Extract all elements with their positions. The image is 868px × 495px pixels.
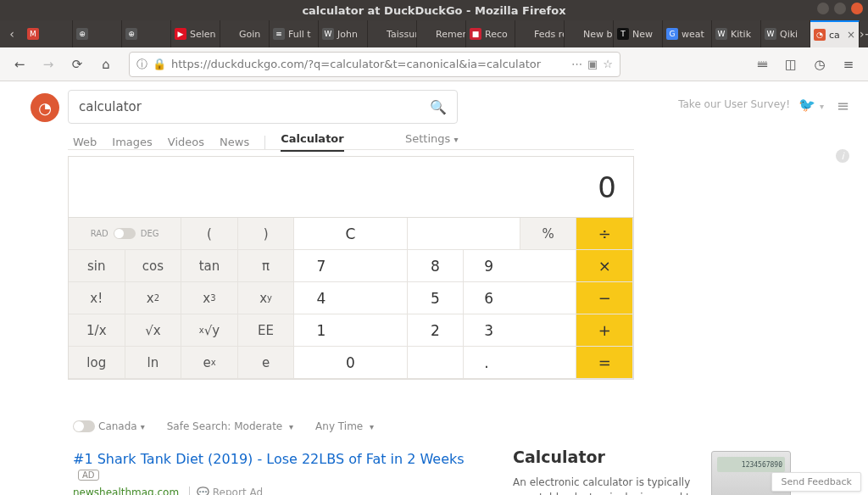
browser-tab[interactable]: M (24, 20, 73, 47)
tab-label: Goin (239, 29, 260, 40)
key-percent[interactable]: % (520, 218, 577, 250)
duckduckgo-favicon: ◔ (814, 29, 826, 41)
key-close-paren[interactable]: ) (238, 218, 295, 250)
browser-tab[interactable]: ⊕ (73, 20, 122, 47)
page-action-dots-icon[interactable]: ⋯ (571, 58, 582, 70)
result-title[interactable]: #1 Shark Tank Diet (2019) - Lose 22LBS o… (73, 451, 480, 483)
key-5[interactable]: 5 (408, 282, 465, 314)
browser-tab[interactable]: TNew (614, 20, 663, 47)
report-ad-link[interactable]: 💬 Report Ad (189, 487, 263, 495)
url-bar[interactable]: ⓘ 🔒 https://duckduckgo.com/?q=calculator… (129, 52, 620, 77)
result-url[interactable]: newshealthmag.com (73, 487, 179, 495)
window-close-button[interactable] (851, 3, 863, 14)
key-divide[interactable]: ÷ (576, 218, 633, 250)
tab-label: Kitik (731, 29, 751, 40)
key-dot[interactable]: . (464, 347, 576, 379)
search-settings-dropdown[interactable]: Settings ▾ (405, 132, 459, 145)
region-filter[interactable]: Canada ▾ (73, 420, 145, 432)
window-minimize-button[interactable] (817, 3, 829, 14)
library-button[interactable]: ⩸ (749, 52, 775, 77)
safesearch-filter[interactable]: Safe Search: Moderate ▾ (167, 420, 293, 432)
key-tan[interactable]: tan (181, 250, 238, 282)
key-xy[interactable]: xy (238, 282, 295, 314)
back-button[interactable]: ← (7, 52, 32, 77)
key-0[interactable]: 0 (294, 347, 407, 379)
key-ee[interactable]: EE (238, 314, 295, 347)
key-exp[interactable]: ex (181, 347, 238, 379)
browser-tab[interactable]: Remem (417, 20, 466, 47)
send-feedback-button[interactable]: Send Feedback (771, 472, 861, 492)
key-cos[interactable]: cos (125, 250, 182, 282)
search-box[interactable]: calculator 🔍 (68, 90, 458, 124)
key-8[interactable]: 8 (408, 250, 465, 282)
browser-tab[interactable]: ■Reco (466, 20, 515, 47)
key-ln[interactable]: ln (125, 347, 182, 379)
tab-label: Taissum (387, 29, 417, 40)
browser-tab[interactable]: WQiki (761, 20, 810, 47)
tab-scroll-left-button[interactable]: ‹ (0, 20, 24, 47)
bookmark-star-icon[interactable]: ☆ (603, 58, 613, 70)
key-pi[interactable]: π (238, 250, 295, 282)
key-sin[interactable]: sin (69, 250, 125, 282)
search-icon[interactable]: 🔍 (430, 99, 447, 115)
tab-videos[interactable]: Videos (168, 136, 204, 148)
browser-tab[interactable]: ≡Full t (270, 20, 319, 47)
new-tab-button[interactable]: + (865, 20, 868, 47)
key-minus[interactable]: − (576, 282, 633, 314)
key-7[interactable]: 7 (294, 250, 407, 282)
key-equals[interactable]: = (576, 347, 633, 379)
site-identity-icon[interactable]: ⓘ (136, 57, 147, 72)
reload-button[interactable]: ⟳ (64, 52, 90, 77)
browser-tab[interactable]: ⊕ (122, 20, 171, 47)
browser-tab[interactable]: Goin (220, 20, 270, 47)
key-log[interactable]: log (69, 347, 125, 379)
browser-tab[interactable]: Taissum (368, 20, 417, 47)
browser-tab[interactable]: Feds re (515, 20, 565, 47)
tab-close-icon[interactable]: × (847, 29, 855, 41)
rad-deg-toggle[interactable]: RAD DEG (69, 218, 181, 250)
tab-web[interactable]: Web (73, 136, 97, 148)
browser-tab-active[interactable]: ◔ ca × (810, 20, 860, 47)
key-clear[interactable]: C (294, 218, 407, 250)
search-filters: Canada ▾ Safe Search: Moderate ▾ Any Tim… (73, 420, 374, 432)
reader-mode-icon[interactable]: ▣ (587, 58, 598, 70)
account-button[interactable]: ◷ (807, 52, 832, 77)
browser-tab[interactable]: Gweat (663, 20, 712, 47)
browser-tab[interactable]: ▶Selen (171, 20, 220, 47)
key-6[interactable]: 6 (464, 282, 576, 314)
settings-menu-icon[interactable]: ≡ (837, 97, 849, 114)
key-2[interactable]: 2 (408, 314, 465, 347)
key-factorial[interactable]: x! (69, 282, 125, 314)
firefox-menu-button[interactable]: ≡ (836, 52, 861, 77)
browser-tab[interactable]: New bo (565, 20, 614, 47)
sidebars-button[interactable]: ◫ (778, 52, 804, 77)
browser-tab[interactable]: WJohn (319, 20, 368, 47)
home-button[interactable]: ⌂ (93, 52, 119, 77)
browser-tab[interactable]: WKitik (712, 20, 761, 47)
key-4[interactable]: 4 (294, 282, 407, 314)
tab-images[interactable]: Images (112, 136, 153, 148)
tab-news[interactable]: News (220, 136, 249, 148)
key-1[interactable]: 1 (294, 314, 407, 347)
user-survey-link[interactable]: Take our User Survey! (678, 98, 790, 110)
key-x3[interactable]: x3 (181, 282, 238, 314)
tab-label: Reco (485, 29, 508, 40)
key-open-paren[interactable]: ( (181, 218, 238, 250)
key-xroot[interactable]: x√y (181, 314, 238, 347)
key-sqrt[interactable]: √x (125, 314, 182, 347)
key-x2[interactable]: x2 (125, 282, 182, 314)
duckduckgo-logo[interactable]: ◔ (31, 93, 59, 122)
key-reciprocal[interactable]: 1/x (69, 314, 125, 347)
twitter-icon[interactable]: 🐦 ▾ (798, 97, 824, 113)
info-icon[interactable]: i (836, 149, 849, 163)
key-3[interactable]: 3 (464, 314, 576, 347)
tab-favicon: G (666, 28, 678, 40)
calculator-display: 0 (69, 157, 633, 218)
key-plus[interactable]: + (576, 314, 633, 347)
time-filter[interactable]: Any Time ▾ (315, 420, 374, 432)
window-maximize-button[interactable] (834, 3, 846, 14)
key-e[interactable]: e (238, 347, 295, 379)
key-blank-r1 (408, 218, 520, 250)
key-multiply[interactable]: × (576, 250, 633, 282)
key-9[interactable]: 9 (464, 250, 576, 282)
